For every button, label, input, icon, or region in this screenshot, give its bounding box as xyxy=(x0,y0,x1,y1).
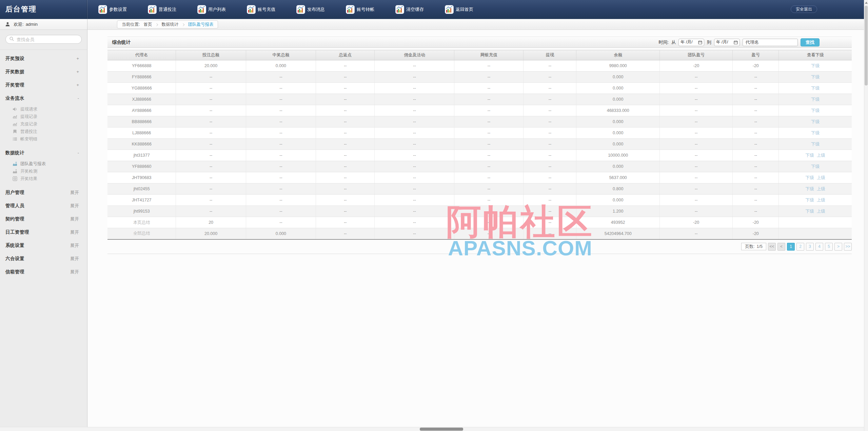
view-upper-link[interactable]: 上级 xyxy=(817,198,825,202)
page-button-2[interactable]: 2 xyxy=(796,243,804,251)
view-lower-link[interactable]: 下级 xyxy=(806,198,814,202)
sidebar-section-契约管理[interactable]: 契约管理展开 xyxy=(0,212,87,226)
table-header-row: 代理名投注总额中奖总额总返点佣金及活动网银充值提现余额团队盈亏盈亏查看下级 xyxy=(107,50,852,60)
page-button-3[interactable]: 3 xyxy=(806,243,814,251)
cell-value: -- xyxy=(524,94,576,105)
sidebar-section-数据统计[interactable]: 数据统计- xyxy=(0,146,87,159)
view-lower-link[interactable]: 下级 xyxy=(811,108,820,113)
breadcrumb-item-1[interactable]: 首页 xyxy=(143,22,152,27)
cell-value: -- xyxy=(246,172,316,183)
view-lower-link[interactable]: 下级 xyxy=(806,153,814,158)
view-upper-link[interactable]: 上级 xyxy=(817,209,825,214)
header-menu-item[interactable]: 返回首页 xyxy=(445,5,473,14)
chart-icon xyxy=(247,5,256,14)
view-upper-link[interactable]: 上级 xyxy=(817,153,825,158)
breadcrumb-prefix: 当前位置: xyxy=(122,22,140,27)
header-menu-item[interactable]: 账号转帐 xyxy=(346,5,374,14)
sidebar-section-用户管理[interactable]: 用户管理展开 xyxy=(0,186,87,199)
cell-value: -- xyxy=(176,150,246,161)
sidebar-item-开奖结果[interactable]: 开奖结果 xyxy=(0,175,87,182)
cell-value: -- xyxy=(246,150,316,161)
header-menu-item[interactable]: 账号充值 xyxy=(247,5,275,14)
cell-value: 9980.000 xyxy=(576,60,660,72)
breadcrumb-item-3[interactable]: 团队盈亏报表 xyxy=(188,22,213,27)
sidebar-section-开奖管理[interactable]: 开奖管理+ xyxy=(0,78,87,92)
sidebar-item-团队盈亏报表[interactable]: 团队盈亏报表 xyxy=(0,160,87,168)
view-upper-link[interactable]: 上级 xyxy=(817,175,825,180)
sidebar-item-提现记录[interactable]: 提现记录 xyxy=(0,113,87,120)
date-to-input[interactable]: 年 /月/ xyxy=(714,39,740,46)
cell-value: -- xyxy=(660,206,733,217)
header-menu-item[interactable]: 用户列表 xyxy=(197,5,226,14)
sidebar-section-业务流水[interactable]: 业务流水- xyxy=(0,92,87,105)
sidebar-section-管理人员[interactable]: 管理人员展开 xyxy=(0,199,87,212)
cell-value: -- xyxy=(176,94,246,105)
sidebar-section-日工资管理[interactable]: 日工资管理展开 xyxy=(0,226,87,239)
header-menu-item[interactable]: 发布消息 xyxy=(296,5,325,14)
sidebar-item-label: 提现请求 xyxy=(20,106,37,112)
logout-button[interactable]: 安全退出 xyxy=(791,5,817,13)
vertical-scroll-thumb[interactable] xyxy=(865,6,868,85)
view-lower-link[interactable]: 下级 xyxy=(806,209,814,214)
cell-value: 0.000 xyxy=(576,94,660,105)
chevron-right-icon xyxy=(155,23,158,26)
page-button-1[interactable]: 1 xyxy=(787,243,795,251)
view-lower-link[interactable]: 下级 xyxy=(806,187,814,191)
table-row: FY888666------------0.000----下级 xyxy=(107,72,852,83)
date-to-value: 年 /月/ xyxy=(716,39,728,45)
cell-value: -- xyxy=(316,228,375,239)
date-from-input[interactable]: 年 /月/ xyxy=(678,39,704,46)
sidebar-section-开奖预设[interactable]: 开奖预设+ xyxy=(0,52,87,65)
view-lower-link[interactable]: 下级 xyxy=(811,119,820,124)
sidebar-section-开奖数据[interactable]: 开奖数据+ xyxy=(0,65,87,78)
sidebar-item-label: 开奖检测 xyxy=(20,169,37,174)
agent-name: jht31377 xyxy=(107,150,176,161)
cell-value: 468333.000 xyxy=(576,105,660,116)
cell-value: -- xyxy=(316,150,375,161)
page-button->>[interactable]: >> xyxy=(844,243,852,251)
breadcrumb-item-2[interactable]: 数据统计 xyxy=(161,22,178,27)
header-menu-item[interactable]: 清空缓存 xyxy=(395,5,424,14)
search-button[interactable]: 查找 xyxy=(801,38,820,46)
page-button->[interactable]: > xyxy=(834,243,842,251)
cell-value: -- xyxy=(316,128,375,139)
header-menu-item[interactable]: 参数设置 xyxy=(98,5,127,14)
sidebar-item-帐变明细[interactable]: 帐变明细 xyxy=(0,135,87,143)
sidebar-sub-list: 团队盈亏报表开奖检测开奖结果 xyxy=(0,159,87,186)
header-menu-item[interactable]: 普通投注 xyxy=(148,5,176,14)
list-icon xyxy=(13,137,17,141)
sidebar-item-充值记录[interactable]: 充值记录 xyxy=(0,120,87,128)
scroll-up-icon[interactable] xyxy=(865,2,868,4)
member-search-input[interactable] xyxy=(17,37,78,42)
agent-name-input[interactable] xyxy=(743,39,798,46)
sidebar-item-提现请求[interactable]: 提现请求 xyxy=(0,105,87,113)
view-lower-link[interactable]: 下级 xyxy=(811,63,820,68)
view-lower-link[interactable]: 下级 xyxy=(811,75,820,79)
page-button-4[interactable]: 4 xyxy=(815,243,823,251)
page-button-5[interactable]: 5 xyxy=(825,243,833,251)
page-button-<[interactable]: < xyxy=(777,243,785,251)
view-upper-link[interactable]: 上级 xyxy=(817,187,825,191)
cell-value: -- xyxy=(375,228,454,239)
sidebar-section-六合设置[interactable]: 六合设置展开 xyxy=(0,252,87,265)
page-button-<<[interactable]: << xyxy=(768,243,776,251)
view-lower-link[interactable]: 下级 xyxy=(811,86,820,91)
sidebar-item-label: 开奖结果 xyxy=(20,176,37,182)
sidebar-item-普通投注[interactable]: 普通投注 xyxy=(0,128,87,135)
view-lower-link[interactable]: 下级 xyxy=(811,164,820,169)
sidebar-item-开奖检测[interactable]: 开奖检测 xyxy=(0,168,87,175)
view-lower-link[interactable]: 下级 xyxy=(806,175,814,180)
member-search-box[interactable] xyxy=(5,35,82,44)
cell-value: -- xyxy=(375,116,454,128)
cell-value: -- xyxy=(176,172,246,183)
sidebar-section-信箱管理[interactable]: 信箱管理展开 xyxy=(0,265,87,278)
view-links-cell: 下级 xyxy=(779,161,852,172)
cell-value: -- xyxy=(316,94,375,105)
agent-name: JHT41727 xyxy=(107,195,176,206)
view-lower-link[interactable]: 下级 xyxy=(811,97,820,102)
view-lower-link[interactable]: 下级 xyxy=(811,131,820,135)
view-lower-link[interactable]: 下级 xyxy=(811,142,820,146)
cell-value: -- xyxy=(454,128,524,139)
sidebar-section-系统设置[interactable]: 系统设置展开 xyxy=(0,239,87,252)
horizontal-scroll-thumb[interactable] xyxy=(420,428,463,431)
